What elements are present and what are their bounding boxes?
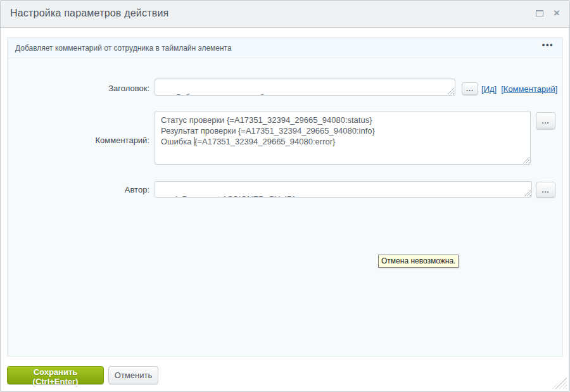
comment-line-3: Ошибка {=A17351_32394_29665_94080:error} (161, 136, 524, 147)
title-field-input[interactable]: Добавить комментарий в элемент (155, 79, 455, 96)
window-controls: × (536, 9, 560, 18)
id-link-text: Ид (484, 84, 495, 94)
action-description: Добавляет комментарий от сотрудника в та… (15, 44, 232, 53)
cancel-impossible-tooltip: Отмена невозможна. (378, 255, 459, 268)
comment-link[interactable]: [Комментарий] (501, 84, 557, 94)
comment-line-1: Статус проверки {=A17351_32394_29665_940… (161, 115, 524, 125)
author-field-input[interactable]: {=Document:ASSIGNED_BY_ID} (155, 181, 532, 198)
author-field-resize-grip[interactable] (524, 189, 531, 196)
bracket-close: ] (495, 84, 497, 94)
maximize-button[interactable] (536, 10, 543, 16)
panel-menu-button[interactable]: ••• (542, 40, 554, 49)
comment-field-textarea[interactable]: Статус проверки {=A17351_32394_29665_940… (155, 111, 531, 165)
close-icon: × (554, 9, 560, 18)
author-field-value: {=Document:ASSIGNED_BY_ID} (175, 194, 296, 198)
comment-line-2: Результат проверки {=A17351_32394_29665_… (161, 125, 524, 136)
action-settings-panel: Добавляет комментарий от сотрудника в та… (7, 37, 563, 357)
window-resize-grip[interactable] (552, 376, 567, 389)
title-field-label: Заголовок: (8, 84, 149, 93)
comment-field-label: Комментарий: (8, 136, 149, 145)
action-description-bar: Добавляет комментарий от сотрудника в та… (8, 38, 562, 58)
comment-field-more-button[interactable]: ... (536, 112, 555, 129)
title-field-more-button[interactable]: ... (462, 82, 478, 95)
dialog-titlebar: Настройка параметров действия × (1, 1, 569, 28)
comment-line-3-after: {=A17351_32394_29665_94080:error} (194, 137, 335, 146)
close-button[interactable]: × (554, 9, 560, 18)
comment-field-resize-grip[interactable] (522, 156, 529, 163)
title-field-value: Добавить комментарий в элемент (175, 92, 306, 96)
author-field-label: Автор: (8, 185, 149, 194)
dialog-window: Настройка параметров действия × Добавляе… (0, 0, 570, 392)
maximize-icon (536, 10, 543, 16)
save-button[interactable]: Сохранить (Ctrl+Enter) (7, 366, 104, 384)
comment-link-text: Комментарий (504, 84, 555, 94)
title-field-resize-grip[interactable] (447, 87, 454, 94)
cancel-button[interactable]: Отменить (108, 366, 158, 384)
dialog-title: Настройка параметров действия (10, 8, 168, 19)
author-field-more-button[interactable]: ... (536, 182, 555, 198)
id-link[interactable]: [Ид] (481, 84, 497, 94)
comment-line-3-before: Ошибка (161, 137, 194, 146)
bracket-close: ] (555, 84, 558, 94)
insert-variable-links: [Ид][Комментарий] (481, 84, 562, 94)
